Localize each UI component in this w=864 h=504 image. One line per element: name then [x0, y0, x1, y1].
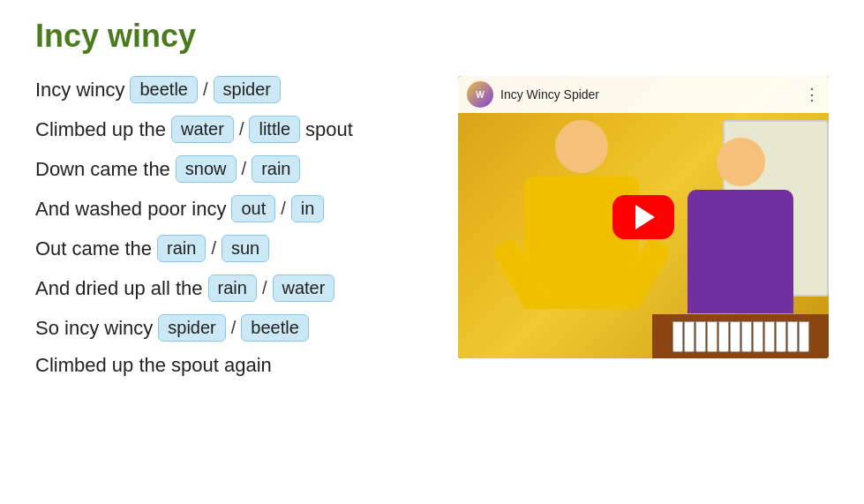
person-yellow-arm-left	[491, 237, 549, 311]
choice-divider-5-1: /	[211, 238, 216, 259]
play-button[interactable]	[612, 195, 674, 239]
choice-divider-2-1: /	[239, 119, 244, 139]
person-yellow-arm-right	[614, 237, 672, 311]
choice-btn-2-2[interactable]: little	[249, 116, 300, 143]
choice-btn-4-2[interactable]: in	[291, 195, 325, 222]
video-menu-icon[interactable]: ⋮	[804, 85, 820, 104]
key-5	[718, 321, 729, 352]
choice-divider-1-1: /	[203, 79, 208, 100]
lyric-line-4: And washed poor incyout / in	[35, 195, 432, 222]
person-purple-head	[717, 138, 765, 186]
lyric-line-7: So incy wincyspider / beetle	[35, 314, 432, 342]
lyric-line-5: Out came therain / sun	[35, 235, 432, 262]
lyric-line-3: Down came thesnow / rain	[35, 155, 432, 183]
lyrics-section: Incy wincybeetle / spiderClimbed up thew…	[35, 76, 432, 389]
video-background	[458, 76, 829, 358]
video-title: Incy Wincy Spider	[500, 87, 599, 102]
choice-divider-6-1: /	[262, 278, 267, 298]
choice-btn-1-2[interactable]: spider	[214, 76, 281, 103]
choice-btn-7-1[interactable]: spider	[158, 314, 225, 342]
choice-btn-5-1[interactable]: rain	[157, 235, 206, 262]
lyric-prefix-1: Incy wincy	[35, 79, 124, 102]
piano-keys	[672, 321, 809, 352]
choice-btn-3-1[interactable]: snow	[176, 155, 237, 183]
page-title: Incy wincy	[35, 18, 829, 55]
lyric-prefix-7: So incy wincy	[35, 317, 153, 340]
lyric-line-1: Incy wincybeetle / spider	[35, 76, 432, 103]
lyric-line-8: Climbed up the spout again	[35, 354, 432, 377]
lyric-line-6: And dried up all therain / water	[35, 275, 432, 302]
choice-btn-7-2[interactable]: beetle	[241, 314, 309, 342]
key-10	[776, 321, 786, 352]
video-container[interactable]: W Incy Wincy Spider ⋮	[458, 76, 829, 358]
keyboard	[652, 314, 829, 358]
person-purple	[679, 138, 802, 332]
lyric-prefix-3: Down came the	[35, 158, 170, 181]
choice-btn-1-1[interactable]: beetle	[130, 76, 198, 103]
key-2	[684, 321, 695, 352]
lyric-line-2: Climbed up thewater / little spout	[35, 116, 432, 143]
choice-btn-6-2[interactable]: water	[273, 275, 335, 302]
key-9	[764, 321, 775, 352]
lyric-suffix-2: spout	[305, 118, 353, 141]
lyric-prefix-5: Out came the	[35, 237, 152, 260]
lyric-prefix-6: And dried up all the	[35, 277, 203, 300]
choice-divider-3-1: /	[242, 159, 247, 179]
video-section: W Incy Wincy Spider ⋮	[458, 76, 829, 389]
person-yellow-head	[555, 120, 608, 173]
key-3	[695, 321, 706, 352]
key-11	[787, 321, 798, 352]
choice-btn-3-2[interactable]: rain	[252, 155, 300, 183]
video-topbar: W Incy Wincy Spider ⋮	[458, 76, 829, 113]
choice-btn-5-2[interactable]: sun	[222, 235, 269, 262]
lyric-prefix-2: Climbed up the	[35, 118, 166, 141]
key-12	[799, 321, 809, 352]
choice-btn-2-1[interactable]: water	[171, 116, 234, 143]
play-triangle-icon	[635, 205, 655, 229]
key-1	[672, 321, 683, 352]
lyric-prefix-8: Climbed up the spout again	[35, 354, 272, 377]
key-8	[753, 321, 763, 352]
content-area: Incy wincybeetle / spiderClimbed up thew…	[35, 76, 829, 389]
choice-btn-4-1[interactable]: out	[231, 195, 275, 222]
key-7	[741, 321, 752, 352]
choice-btn-6-1[interactable]: rain	[208, 275, 257, 302]
person-purple-body	[687, 190, 793, 313]
key-6	[730, 321, 740, 352]
choice-divider-4-1: /	[281, 199, 286, 219]
lyric-prefix-4: And washed poor incy	[35, 198, 226, 221]
choice-divider-7-1: /	[231, 318, 237, 338]
key-4	[707, 321, 717, 352]
video-avatar: W	[467, 81, 493, 108]
